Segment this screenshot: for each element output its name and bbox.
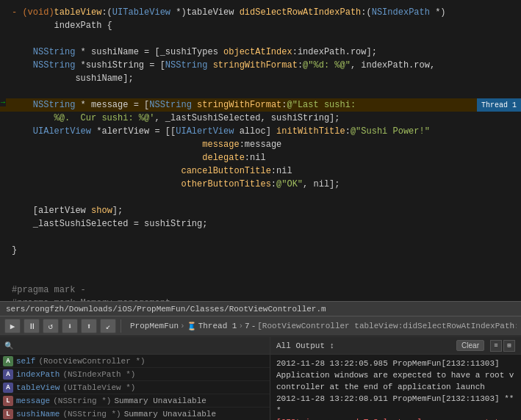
code-line-content-6: sushiName]; xyxy=(6,72,521,85)
debug-toolbar: ▶ ⏸ ↺ ⬇ ⬆ ↙ PropMemFun › 🧵 Thread 1 › 7 … xyxy=(0,316,521,336)
breadcrumb-sep-2: › xyxy=(238,322,243,330)
code-line-content-2: indexPath { xyxy=(6,19,521,32)
variable-value-sushiname: Summary Unavailable xyxy=(124,410,216,419)
variable-value-message: Summary Unavailable xyxy=(114,397,206,405)
code-line-3 xyxy=(0,32,521,46)
step-over-button[interactable]: ⬇ xyxy=(62,319,78,333)
code-line-1: - (void)tableView:(UITableView *)tableVi… xyxy=(0,6,521,19)
code-line-content-22: #pragma mark - xyxy=(6,283,521,297)
output-grid-icon[interactable]: ⊞ xyxy=(503,340,515,352)
output-title: All Output ↕ xyxy=(276,341,450,350)
variable-item-message[interactable]: L message (NSString *) Summary Unavailab… xyxy=(0,394,270,408)
output-content: 2012-11-28 13:22:05.985 PropMemFun[2132:… xyxy=(270,355,521,420)
breadcrumb-thread-label: 🧵 xyxy=(187,322,197,331)
variable-name-tableview: tableView xyxy=(16,383,60,392)
code-line-content-13: cancelButtonTitle:nil xyxy=(6,164,521,178)
code-line-content-5: NSString *sushiString = [NSString string… xyxy=(6,59,521,72)
bottom-panel: 🔍 A self (RootViewController *) A indexP… xyxy=(0,336,521,420)
variables-panel: 🔍 A self (RootViewController *) A indexP… xyxy=(0,337,270,420)
code-line-4: NSString * sushiName = [_sushiTypes obje… xyxy=(0,46,521,59)
thread-badge: Thread 1 xyxy=(477,98,521,112)
code-line-content-7 xyxy=(6,85,521,98)
output-header: All Output ↕ Clear ≡ ⊞ xyxy=(270,337,521,355)
variable-type-self: (RootViewController *) xyxy=(38,357,145,366)
variable-item-tableview[interactable]: A tableView (UITableView *) xyxy=(0,381,270,394)
step-into-button[interactable]: ⬆ xyxy=(81,319,97,333)
variable-name-indexpath: indexPath xyxy=(16,370,60,379)
continue-button[interactable]: ▶ xyxy=(4,319,21,333)
breadcrumb-project-label: PropMemFun xyxy=(130,322,179,330)
output-list-icon[interactable]: ≡ xyxy=(490,340,502,352)
code-line-12: delegate:nil xyxy=(0,151,521,164)
code-line-content-18 xyxy=(6,231,521,244)
output-line-3: controller at the end of application lau… xyxy=(276,381,515,393)
variable-type-tableview: (UITableView *) xyxy=(62,383,135,392)
code-line-content-21 xyxy=(6,270,521,283)
breadcrumb-project[interactable]: PropMemFun xyxy=(130,322,179,330)
code-line-content-1: - (void)tableView:(UITableView *)tableVi… xyxy=(6,6,521,19)
code-line-16: [alertView show]; xyxy=(0,204,521,217)
code-line-content-17: _lastSushiSelected = sushiString; xyxy=(6,217,521,231)
file-path: sers/rongfzh/Downloads/iOS/PropMemFun/Cl… xyxy=(6,305,326,314)
output-line-4: 2012-11-28 13:22:08.911 PropMemFun[2132:… xyxy=(276,393,515,416)
variable-item-self[interactable]: A self (RootViewController *) xyxy=(0,355,270,368)
breadcrumb-frame[interactable]: 7 - [RootViewController tableView:didSel… xyxy=(245,322,517,330)
execution-arrow: → xyxy=(1,98,5,106)
restart-button[interactable]: ↺ xyxy=(43,319,59,333)
status-bar: sers/rongfzh/Downloads/iOS/PropMemFun/Cl… xyxy=(0,301,521,316)
variable-type-indexpath: (NSIndexPath *) xyxy=(62,370,135,379)
code-editor: - (void)tableView:(UITableView *)tableVi… xyxy=(0,0,521,301)
variable-item-sushiname[interactable]: L sushiName (NSString *) Summary Unavail… xyxy=(0,408,270,420)
code-line-content-12: delegate:nil xyxy=(6,151,521,164)
code-line-23: #pragma mark Memory management xyxy=(0,297,521,301)
code-line-content-20 xyxy=(6,257,521,270)
code-line-11: message:message xyxy=(0,138,521,151)
breadcrumb-frame-sep: - xyxy=(251,322,256,330)
breadcrumb-sep-1: › xyxy=(180,322,185,330)
code-line-content-14: otherButtonTitles:@"OK", nil]; xyxy=(6,178,521,191)
code-line-content-9: %@. Cur sushi: %@', _lastSushiSelected, … xyxy=(6,112,521,125)
breadcrumb-method: [RootViewController tableView:didSelectR… xyxy=(257,322,517,330)
code-line-content-15 xyxy=(6,191,521,204)
variable-type-sushiname: (NSString *) xyxy=(62,410,121,419)
breadcrumb: PropMemFun › 🧵 Thread 1 › 7 - [RootViewC… xyxy=(130,322,517,331)
toolbar-separator xyxy=(121,319,121,333)
code-line-content-19: } xyxy=(6,244,521,257)
code-line-content-10: UIAlertView *alertView = [[UIAlertView a… xyxy=(6,125,521,138)
breadcrumb-thread[interactable]: 🧵 Thread 1 xyxy=(187,322,237,331)
code-line-10: UIAlertView *alertView = [[UIAlertView a… xyxy=(0,125,521,138)
variable-name-sushiname: sushiName xyxy=(16,410,60,419)
search-icon: 🔍 xyxy=(4,341,13,350)
code-line-content-23: #pragma mark Memory management xyxy=(6,297,521,301)
variable-type-message: (NSString *) xyxy=(53,397,111,405)
code-line-5: NSString *sushiString = [NSString string… xyxy=(0,59,521,72)
variable-name-self: self xyxy=(16,357,35,366)
code-line-6: sushiName]; xyxy=(0,72,521,85)
code-line-14: otherButtonTitles:@"OK", nil]; xyxy=(0,178,521,191)
code-line-22: #pragma mark - xyxy=(0,283,521,297)
code-line-content-16: [alertView show]; xyxy=(6,204,521,217)
code-line-content-8: NSString * message = [NSString stringWit… xyxy=(6,98,521,112)
code-line-content-4: NSString * sushiName = [_sushiTypes obje… xyxy=(6,46,521,59)
variable-icon-sushiname: L xyxy=(3,409,13,419)
breadcrumb-thread-name: Thread 1 xyxy=(198,322,237,330)
variable-icon-indexpath: A xyxy=(3,369,13,380)
step-out-button[interactable]: ↙ xyxy=(100,319,116,333)
variable-item-indexpath[interactable]: A indexPath (NSIndexPath *) xyxy=(0,368,270,381)
code-line-19: } xyxy=(0,244,521,257)
code-line-20 xyxy=(0,257,521,270)
clear-output-button[interactable]: Clear xyxy=(456,340,484,351)
code-line-9: %@. Cur sushi: %@', _lastSushiSelected, … xyxy=(0,112,521,125)
variable-name-message: message xyxy=(16,397,50,405)
code-line-content-3 xyxy=(6,32,521,46)
output-line-2: Application windows are expected to have… xyxy=(276,369,515,381)
code-line-21 xyxy=(0,270,521,283)
variables-search-input[interactable] xyxy=(16,341,265,350)
output-line-1: 2012-11-28 13:22:05.985 PropMemFun[2132:… xyxy=(276,358,515,369)
pause-button[interactable]: ⏸ xyxy=(24,319,40,333)
code-line-8: → NSString * message = [NSString stringW… xyxy=(0,98,521,112)
code-line-18 xyxy=(0,231,521,244)
output-line-5: [CFString respondsToSelector:]: message … xyxy=(276,416,515,420)
variable-icon-self: A xyxy=(3,356,13,366)
variable-list: A self (RootViewController *) A indexPat… xyxy=(0,355,270,420)
